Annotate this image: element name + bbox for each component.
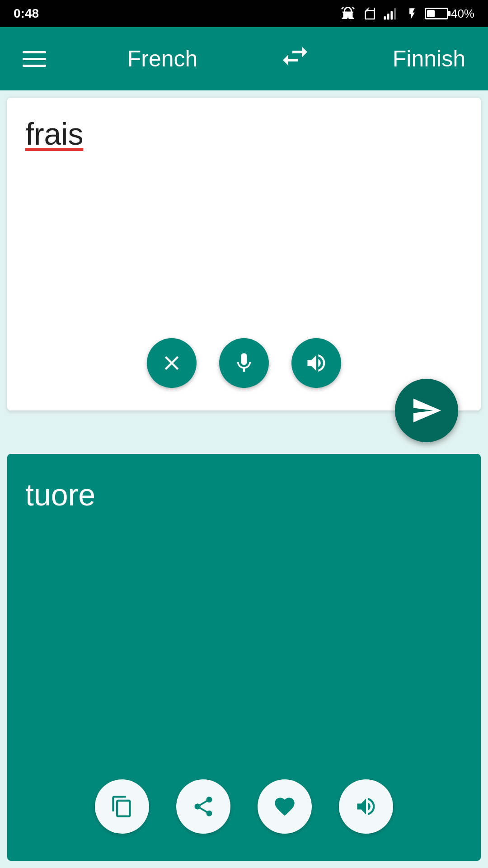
svg-rect-0 [384, 16, 386, 20]
output-panel: tuore [7, 454, 481, 861]
input-controls [25, 338, 463, 397]
svg-rect-3 [394, 8, 396, 20]
status-bar: 0:48 40% [0, 0, 488, 27]
status-time: 0:48 [14, 6, 39, 21]
battery-indicator: 40% [425, 7, 474, 21]
battery-percent: 40% [451, 7, 474, 21]
share-button[interactable] [176, 779, 230, 834]
speak-source-button[interactable] [291, 338, 341, 388]
translate-button[interactable] [395, 379, 458, 442]
input-text[interactable]: frais [25, 116, 463, 153]
swap-languages-button[interactable] [279, 40, 311, 78]
nav-bar: French Finnish [0, 27, 488, 90]
copy-button[interactable] [95, 779, 149, 834]
svg-rect-1 [387, 14, 389, 20]
target-language[interactable]: Finnish [393, 46, 465, 72]
speak-output-button[interactable] [339, 779, 393, 834]
source-language[interactable]: French [127, 46, 198, 72]
output-text: tuore [25, 476, 463, 514]
output-controls [25, 779, 463, 843]
signal-icon [383, 5, 399, 22]
clear-button[interactable] [147, 338, 197, 388]
alarm-icon [340, 5, 356, 22]
menu-button[interactable] [23, 51, 46, 67]
sim-icon [362, 5, 377, 22]
favorite-button[interactable] [258, 779, 312, 834]
input-panel: frais [7, 98, 481, 410]
svg-rect-2 [390, 11, 393, 20]
status-icons: 40% [340, 5, 474, 22]
mic-button[interactable] [219, 338, 269, 388]
charging-icon [406, 5, 418, 22]
main-content: frais [0, 90, 488, 868]
